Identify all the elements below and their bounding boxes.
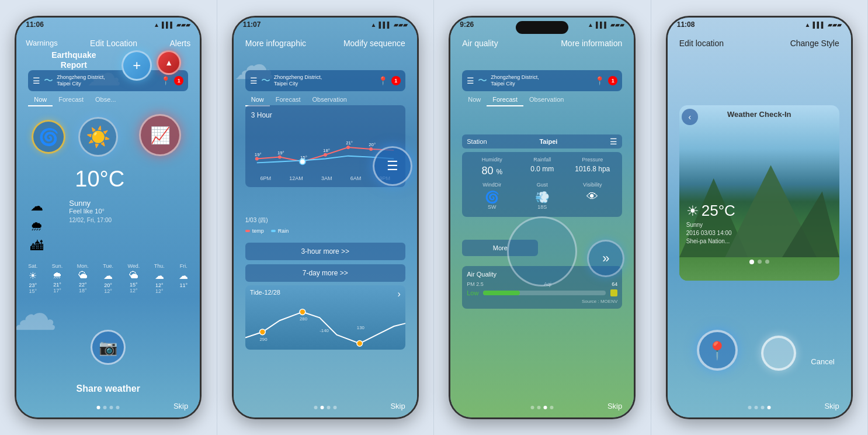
alert-button[interactable]: ▲ [157, 50, 181, 75]
landscape-dot-3 [765, 260, 769, 264]
pin-icon-3[interactable]: 📍 [595, 76, 605, 85]
aq-progress-bar-fill [483, 291, 520, 295]
tab-now-3[interactable]: Now [462, 94, 487, 106]
grid-row-values-1: 80 % 0.0 mm 1016.8 hpa [467, 165, 617, 177]
skip-button-2[interactable]: Skip [390, 402, 405, 410]
location-pin-button[interactable]: 📍 [697, 330, 738, 371]
svg-text:18°: 18° [323, 148, 330, 153]
add-location-button[interactable]: + [121, 50, 152, 81]
pm25-label: PM 2.5 [467, 281, 484, 287]
svg-point-14 [357, 340, 363, 346]
wifi-icon-2: ▲ [371, 22, 377, 28]
cancel-button-4[interactable]: Cancel [811, 357, 834, 366]
more-chevron-circle[interactable]: » [587, 240, 624, 277]
humidity-label: Humidity [467, 157, 517, 163]
building-icon: 🏙 [30, 239, 43, 254]
visibility-icon: 👁 [567, 190, 617, 203]
menu-icon-2[interactable]: ☰ [250, 76, 258, 85]
chart-legend: temp Rain [245, 228, 289, 234]
menu-icon[interactable]: ☰ [33, 76, 40, 85]
dot-1-active [97, 406, 100, 409]
edit-location-label[interactable]: Edit Location [90, 39, 137, 48]
dot-1-3 [110, 406, 113, 409]
tab-forecast[interactable]: Forecast [53, 94, 89, 106]
aq-max-indicator [610, 289, 617, 296]
dot-2-active [320, 406, 324, 409]
skip-button-1[interactable]: Skip [173, 402, 188, 410]
tab-now-2[interactable]: Now [245, 94, 270, 106]
tide-chart: 290 280 -140 130 [245, 303, 405, 350]
pin-icon[interactable]: 📍 [161, 76, 171, 85]
typhoon-button[interactable]: 🌀 [32, 120, 65, 154]
time-12am: 12AM [289, 175, 303, 181]
legend-dot-precip [271, 230, 276, 232]
skip-button-4[interactable]: Skip [824, 402, 839, 410]
aq-value: 64 [612, 281, 617, 287]
page-dots-1 [97, 406, 120, 409]
gust-label: Gust [517, 182, 567, 188]
winddir-label: WindDir [467, 182, 517, 188]
three-hour-more-button[interactable]: 3-hour more >> [245, 243, 405, 260]
camera-button[interactable]: 📷 [91, 330, 126, 365]
wifi-icon: ▲ [154, 22, 159, 28]
tab-now[interactable]: Now [28, 94, 53, 106]
menu-circle-button[interactable]: ☰ [373, 146, 412, 186]
share-weather-label: Share weather [16, 384, 200, 394]
earthquake-button[interactable]: 📈 [139, 114, 181, 156]
seven-day-more-button[interactable]: 7-day more >> [245, 264, 405, 282]
wifi-icon-4: ▲ [805, 22, 811, 28]
gust-icon: 💨 [517, 190, 567, 204]
grid-cell-visibility-label: Visibility [567, 182, 617, 188]
forecast-day-3: Tue. ☁ 20° 12° [103, 263, 113, 294]
dot-4-active [767, 406, 770, 409]
svg-text:19°: 19° [277, 150, 284, 156]
grid-row-labels-2: WindDir Gust Visibility [467, 182, 617, 188]
landscape-image: ☀ 25°C Sunny 2016 03/03 14:00 Shei-pa Na… [679, 105, 839, 281]
station-menu-icon[interactable]: ☰ [610, 137, 617, 146]
phone-frame-1: ☁ ☁ 11:06 ▲ ▌▌▌ ▰▰▰ Warnings Edit Locati… [0, 0, 217, 435]
p4-annotations: Edit location Change Style [668, 39, 851, 48]
dot-4-1 [748, 406, 751, 409]
date-overlay: 2016 03/03 14:00 [686, 229, 735, 237]
tide-arrow-icon: › [397, 289, 400, 299]
app-tabs-1: Now Forecast Obse... [28, 94, 188, 106]
time-3am: 3AM [321, 175, 332, 181]
legend-dot-temp [245, 230, 250, 232]
tab-observation-2[interactable]: Observation [307, 94, 353, 106]
tab-forecast-3[interactable]: Forecast [487, 94, 523, 106]
location-text-3: Zhongzheng District,Taipei City [491, 74, 591, 87]
weather-icons-column: ☁ 🌧 🏙 [30, 199, 43, 254]
svg-text:19°: 19° [255, 152, 262, 157]
menu-icon-3[interactable]: ☰ [467, 76, 474, 85]
phone-3: 9:26 ▲ ▌▌▌ ▰▰▰ Air quality More informat… [449, 16, 636, 419]
wave-logo: 〜 [44, 75, 53, 87]
svg-text:290: 290 [259, 337, 268, 342]
pin-icon-2[interactable]: 📍 [378, 76, 388, 85]
sun-button[interactable]: ☀️ [78, 117, 118, 157]
app-tabs-2: Now Forecast Observation [245, 94, 405, 106]
page-dots-2 [314, 406, 336, 409]
forecast-day-0: Sat. ☀ 23° 15° [28, 263, 37, 294]
location-text-2: Zhongzheng District,Taipei City [274, 74, 374, 87]
landscape-dot-2 [758, 260, 762, 264]
circle-select-button[interactable] [761, 336, 796, 371]
skip-button-3[interactable]: Skip [607, 402, 622, 410]
chevron-left-icon: ‹ [688, 112, 691, 122]
change-style-label[interactable]: Change Style [790, 39, 839, 48]
tab-observation-3[interactable]: Observation [523, 94, 570, 106]
dot-2-1 [314, 406, 317, 409]
alerts-label[interactable]: Alerts [169, 39, 190, 48]
battery-icon-4: ▰▰▰ [828, 22, 842, 28]
edit-location-label-4[interactable]: Edit location [679, 39, 724, 48]
feels-like-text: Feel like 10° [69, 208, 112, 215]
chevron-right-icon: » [602, 251, 609, 266]
svg-point-1 [278, 156, 282, 159]
tab-forecast-2[interactable]: Forecast [270, 94, 307, 106]
forecast-day-2: Mon. 🌥 22° 18° [77, 263, 89, 294]
tab-observation[interactable]: Obse... [89, 94, 121, 106]
humidity-value: 80 % [467, 165, 517, 177]
phone-2: ☁ 11:07 ▲ ▌▌▌ ▰▰▰ More infographic Modif… [232, 16, 419, 419]
warnings-label: Warnings [26, 39, 57, 48]
aq-bar-row: Low [467, 289, 617, 296]
back-button[interactable]: ‹ [682, 109, 698, 125]
